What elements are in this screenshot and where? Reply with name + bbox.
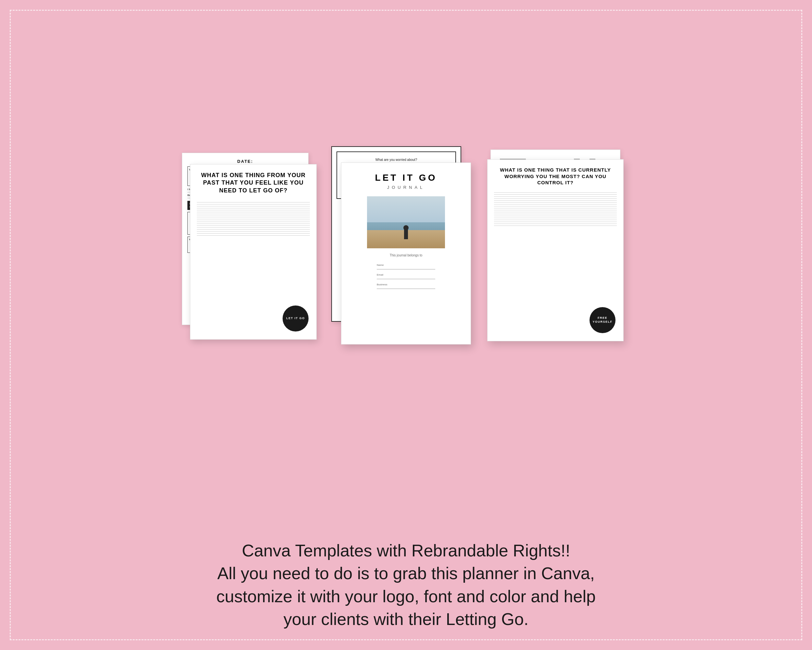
journal-cover-image [367,196,445,248]
belongs-to: This journal belongs to [390,254,423,257]
bottom-line1: Canva Templates with Rebrandable Rights!… [242,541,570,560]
date-label: DATE: [188,159,303,164]
person-head [403,225,409,231]
journal-subtitle: JOURNAL [387,185,425,190]
left-front-heading: WHAT IS ONE THING FROM YOUR PAST THAT YO… [197,171,310,194]
free-yourself-badge: FREE YOURSELF [589,307,615,333]
left-front-page: WHAT IS ONE THING FROM YOUR PAST THAT YO… [190,164,317,340]
center-stack: What are you worried about? Why are you … [331,146,474,341]
left-stack: DATE: What do you want to remember? I fe… [182,153,318,335]
name-line [377,269,435,269]
pages-container: DATE: What do you want to remember? I fe… [20,133,792,354]
business-label: Business [377,283,435,286]
journal-title: LET IT GO [375,173,437,183]
name-label: Name [377,263,435,266]
email-label: Email [377,273,435,276]
center-front-page: LET IT GO JOURNAL This journal belongs t… [341,162,471,344]
right-front-page: WHAT IS ONE THING THAT IS CURRENTLY WORR… [487,159,624,341]
bottom-line4: your clients with their Letting Go. [284,610,528,629]
right-stack: WHAT IS ONE THING THAT IS CURRENTLY WORR… [487,150,630,338]
email-line [377,279,435,279]
business-line [377,289,435,289]
bottom-text: Canva Templates with Rebrandable Rights!… [20,539,792,630]
bottom-line3: customize it with your logo, font and co… [216,587,596,606]
pages-area: DATE: What do you want to remember? I fe… [20,20,792,468]
bottom-text-section: Canva Templates with Rebrandable Rights!… [20,539,792,630]
let-it-go-badge: LET IT GO [282,306,308,332]
right-front-heading: WHAT IS ONE THING THAT IS CURRENTLY WORR… [494,167,617,186]
bottom-line2: All you need to do is to grab this plann… [217,564,595,583]
